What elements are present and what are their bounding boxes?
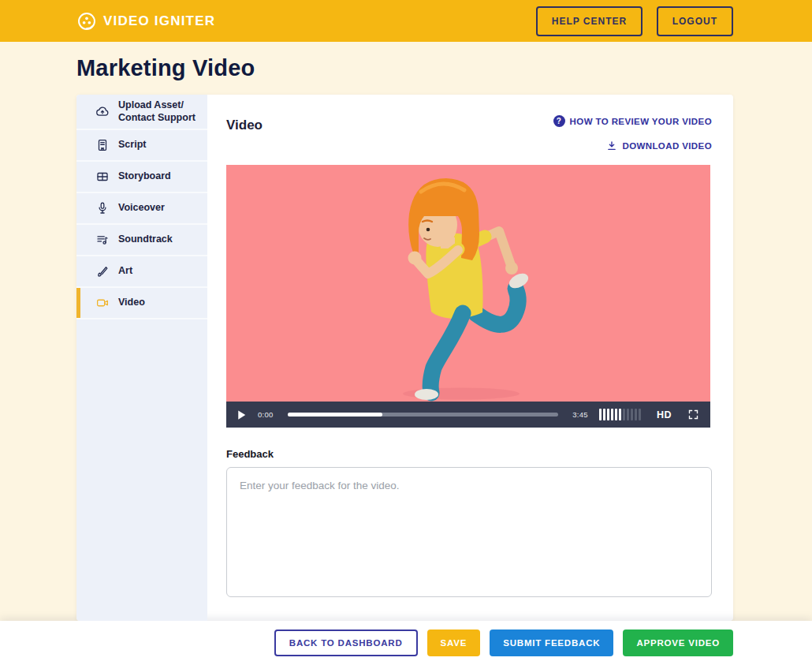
storyboard-grid-icon <box>95 170 110 184</box>
volume-bar <box>623 409 625 420</box>
active-indicator <box>76 288 80 318</box>
cloud-upload-icon <box>95 105 110 119</box>
title-area: Marketing Video <box>0 42 812 95</box>
progress-bar[interactable] <box>288 413 559 417</box>
sidebar-item-label: Art <box>118 265 132 278</box>
section-title: Video <box>226 115 263 133</box>
brand-name: VIDEO IGNITER <box>103 13 215 29</box>
current-time: 0:00 <box>258 410 274 419</box>
page-title: Marketing Video <box>76 55 255 81</box>
video-controls: 0:00 3:45 HD <box>226 402 710 428</box>
download-icon <box>606 140 617 151</box>
volume-bar <box>619 409 621 420</box>
sidebar-item-upload-asset[interactable]: Upload Asset/ Contact Support <box>76 95 207 130</box>
volume-bar <box>627 409 629 420</box>
sidebar-item-script[interactable]: Script <box>76 130 207 162</box>
how-to-review-label: HOW TO REVIEW YOUR VIDEO <box>570 117 712 126</box>
script-document-icon <box>95 138 110 152</box>
help-center-button[interactable]: HELP CENTER <box>536 6 643 36</box>
video-camera-icon <box>95 296 110 310</box>
microphone-icon <box>95 201 110 215</box>
sidebar-item-label: Voiceover <box>118 202 165 215</box>
play-button[interactable] <box>234 407 250 423</box>
volume-bar <box>603 409 605 420</box>
sidebar-item-label: Video <box>118 297 145 309</box>
sidebar-item-soundtrack[interactable]: Soundtrack <box>76 225 207 256</box>
volume-bar <box>599 409 602 420</box>
sidebar-item-label: Soundtrack <box>118 233 173 246</box>
submit-feedback-button[interactable]: SUBMIT FEEDBACK <box>490 630 613 656</box>
main-content: Video ? HOW TO REVIEW YOUR VIDEO DOWNLOA… <box>207 95 733 621</box>
hd-quality-button[interactable]: HD <box>657 409 672 420</box>
volume-bar <box>639 409 641 420</box>
brand-logo[interactable]: VIDEO IGNITER <box>76 11 215 32</box>
volume-bar <box>635 409 637 420</box>
volume-bar <box>631 409 633 420</box>
sidebar: Upload Asset/ Contact Support Script Sto… <box>76 95 207 621</box>
sidebar-item-storyboard[interactable]: Storyboard <box>76 162 207 193</box>
app-header: VIDEO IGNITER HELP CENTER LOGOUT <box>0 0 812 42</box>
fullscreen-icon[interactable] <box>687 409 699 420</box>
sidebar-item-video[interactable]: Video <box>76 288 207 319</box>
sidebar-item-label: Script <box>118 139 146 151</box>
project-card: Upload Asset/ Contact Support Script Sto… <box>76 95 733 621</box>
download-video-link[interactable]: DOWNLOAD VIDEO <box>606 140 712 151</box>
video-igniter-logo-icon <box>76 11 97 32</box>
feedback-label: Feedback <box>226 448 712 460</box>
back-to-dashboard-button[interactable]: BACK TO DASHBOARD <box>274 630 418 656</box>
video-frame[interactable] <box>226 165 710 402</box>
save-button[interactable]: SAVE <box>427 630 481 656</box>
sidebar-item-label: Upload Asset/ Contact Support <box>118 99 196 124</box>
volume-bars[interactable] <box>599 409 641 421</box>
action-bar: BACK TO DASHBOARD SAVE SUBMIT FEEDBACK A… <box>0 621 812 665</box>
logout-button[interactable]: LOGOUT <box>657 6 733 36</box>
video-progress-fill <box>288 413 382 417</box>
paintbrush-icon <box>95 264 110 278</box>
sidebar-item-art[interactable]: Art <box>76 256 207 288</box>
running-character-illustration <box>226 165 710 402</box>
header-actions: HELP CENTER LOGOUT <box>526 6 733 36</box>
volume-bar <box>615 409 617 420</box>
volume-bar <box>607 409 609 420</box>
duration: 3:45 <box>572 410 588 419</box>
how-to-review-link[interactable]: ? HOW TO REVIEW YOUR VIDEO <box>553 115 712 127</box>
download-video-label: DOWNLOAD VIDEO <box>622 141 712 151</box>
volume-bar <box>611 409 613 420</box>
video-player: 0:00 3:45 HD <box>226 165 710 428</box>
sidebar-item-label: Storyboard <box>118 170 171 183</box>
music-playlist-icon <box>95 233 110 247</box>
approve-video-button[interactable]: APPROVE VIDEO <box>623 630 733 656</box>
feedback-textarea[interactable] <box>226 467 712 597</box>
question-mark-icon: ? <box>553 115 565 127</box>
sidebar-item-voiceover[interactable]: Voiceover <box>76 193 207 225</box>
